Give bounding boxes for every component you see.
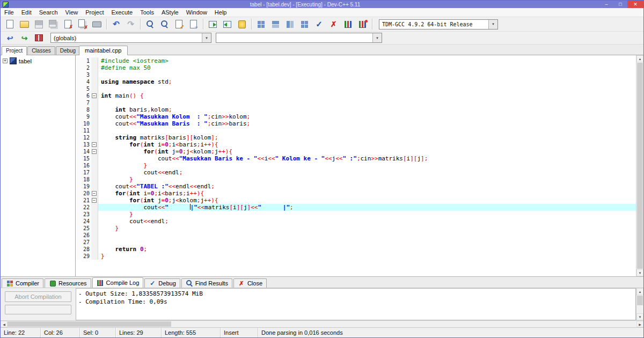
compiler-select[interactable]: TDM-GCC 4.9.2 64-bit Release — [379, 19, 498, 30]
code-text[interactable]: int main() { — [98, 92, 636, 99]
code-line-11[interactable]: 11 — [76, 127, 636, 134]
line-number[interactable]: 8 — [76, 106, 91, 113]
close-button[interactable]: ✕ — [627, 1, 643, 8]
code-text[interactable]: cout<<"Masukkan Baris : ";cin>>baris; — [98, 120, 636, 127]
scroll-left-icon[interactable]: ◀ — [1, 321, 8, 327]
line-number[interactable]: 15 — [76, 155, 91, 162]
code-area[interactable]: 1#include <iostream>2#define max 5034usi… — [76, 55, 636, 276]
line-number[interactable]: 16 — [76, 162, 91, 169]
editor-vertical-scrollbar[interactable]: ▲ ▼ — [636, 55, 643, 276]
menu-project[interactable]: Project — [82, 9, 107, 16]
line-number[interactable]: 27 — [76, 239, 91, 246]
code-line-8[interactable]: 8 int baris,kolom; — [76, 106, 636, 113]
tab-debug[interactable]: Debug — [144, 278, 180, 288]
line-number[interactable]: 25 — [76, 225, 91, 232]
code-text[interactable]: for(int j=0;j<kolom;j++){ — [98, 197, 636, 204]
tab-maintabel-cpp[interactable]: maintabel.cpp — [79, 46, 128, 55]
scroll-down-icon[interactable]: ▼ — [636, 313, 643, 320]
code-line-13[interactable]: 13 for(int i=0;i<baris;i++){ — [76, 141, 636, 148]
fold-collapse-icon[interactable] — [92, 149, 97, 154]
code-text[interactable] — [98, 99, 636, 106]
line-number[interactable]: 18 — [76, 176, 91, 183]
line-number[interactable]: 11 — [76, 127, 91, 134]
chevron-down-icon[interactable] — [202, 33, 211, 42]
code-line-7[interactable]: 7 — [76, 99, 636, 106]
scrollbar-thumb[interactable] — [637, 63, 643, 269]
replace-icon[interactable] — [172, 18, 186, 31]
code-text[interactable]: for(int j=0;j<kolom;j++){ — [98, 148, 636, 155]
code-line-10[interactable]: 10 cout<<"Masukkan Baris : ";cin>>baris; — [76, 120, 636, 127]
code-text[interactable]: cout<<" |"<<matriks[i][j]<<" |"; — [98, 204, 636, 211]
code-line-4[interactable]: 4using namespace std; — [76, 78, 636, 85]
menu-file[interactable]: File — [1, 9, 18, 16]
code-line-26[interactable]: 26 — [76, 232, 636, 239]
code-line-14[interactable]: 14 for(int j=0;j<kolom;j++){ — [76, 148, 636, 155]
abort-compilation-button[interactable]: Abort Compilation — [5, 291, 71, 302]
line-number[interactable]: 5 — [76, 85, 91, 92]
fold-margin[interactable] — [91, 141, 98, 148]
code-line-3[interactable]: 3 — [76, 71, 636, 78]
menu-tools[interactable]: Tools — [136, 9, 158, 16]
code-text[interactable]: return 0; — [98, 246, 636, 253]
code-line-23[interactable]: 23 } — [76, 211, 636, 218]
line-number[interactable]: 2 — [76, 64, 91, 71]
code-text[interactable] — [98, 71, 636, 78]
code-line-15[interactable]: 15 cout<<"Masukkan Baris ke - "<<i<<" Ko… — [76, 155, 636, 162]
code-text[interactable]: for(int i=0;i<baris;i++){ — [98, 190, 636, 197]
code-line-6[interactable]: 6int main() { — [76, 92, 636, 99]
jump-implementation-icon[interactable] — [18, 32, 31, 44]
scroll-up-icon[interactable]: ▲ — [636, 55, 643, 62]
menu-search[interactable]: Search — [35, 9, 62, 16]
menu-astyle[interactable]: AStyle — [158, 9, 182, 16]
chevron-down-icon[interactable] — [488, 20, 497, 29]
tab-find-results[interactable]: Find Results — [181, 278, 232, 288]
profile-icon[interactable] — [341, 18, 355, 31]
menu-help[interactable]: Help — [211, 9, 231, 16]
globals-select[interactable]: (globals) — [50, 33, 211, 43]
line-number[interactable]: 26 — [76, 232, 91, 239]
maximize-button[interactable]: □ — [613, 1, 627, 8]
code-line-27[interactable]: 27 — [76, 239, 636, 246]
scrollbar-thumb[interactable] — [8, 321, 171, 327]
code-text[interactable] — [98, 127, 636, 134]
tree-item-tabel[interactable]: +tabel — [1, 56, 75, 65]
code-line-16[interactable]: 16 } — [76, 162, 636, 169]
close-file-icon[interactable] — [61, 18, 75, 31]
secondary-panel-button[interactable] — [5, 305, 71, 314]
line-number[interactable]: 20 — [76, 190, 91, 197]
horizontal-scrollbar[interactable]: ◀ ▶ — [1, 320, 643, 327]
window-layout-icon-3[interactable] — [283, 18, 297, 31]
line-number[interactable]: 14 — [76, 148, 91, 155]
tab-compiler[interactable]: Compiler — [2, 278, 43, 288]
code-line-29[interactable]: 29} — [76, 253, 636, 260]
code-text[interactable] — [98, 85, 636, 92]
line-number[interactable]: 28 — [76, 246, 91, 253]
code-line-21[interactable]: 21 for(int j=0;j<kolom;j++){ — [76, 197, 636, 204]
bookmark-icon[interactable] — [32, 32, 46, 44]
code-text[interactable]: using namespace std; — [98, 78, 636, 85]
code-text[interactable]: string matriks[baris][kolom]; — [98, 134, 636, 141]
scrollbar-track[interactable] — [171, 321, 636, 327]
line-number[interactable]: 1 — [76, 57, 91, 64]
code-text[interactable]: } — [98, 225, 636, 232]
menu-view[interactable]: View — [62, 9, 82, 16]
profile-analysis-icon[interactable] — [356, 18, 369, 31]
jump-declaration-icon[interactable] — [3, 32, 17, 44]
line-number[interactable]: 10 — [76, 120, 91, 127]
code-text[interactable]: cout<<"Masukkan Kolom : ";cin>>kolom; — [98, 113, 636, 120]
code-line-18[interactable]: 18 } — [76, 176, 636, 183]
code-text[interactable]: int baris,kolom; — [98, 106, 636, 113]
code-line-17[interactable]: 17 cout<<endl; — [76, 169, 636, 176]
line-number[interactable]: 7 — [76, 99, 91, 106]
code-line-1[interactable]: 1#include <iostream> — [76, 57, 636, 64]
minimize-button[interactable]: – — [599, 1, 613, 8]
fold-margin[interactable] — [91, 148, 98, 155]
scrollbar-track[interactable] — [636, 306, 643, 313]
line-number[interactable]: 3 — [76, 71, 91, 78]
line-number[interactable]: 9 — [76, 113, 91, 120]
syntax-check-icon[interactable] — [312, 18, 326, 31]
scroll-down-icon[interactable]: ▼ — [636, 269, 643, 276]
code-line-28[interactable]: 28 return 0; — [76, 246, 636, 253]
fold-margin[interactable] — [91, 190, 98, 197]
close-all-icon[interactable] — [76, 18, 89, 31]
